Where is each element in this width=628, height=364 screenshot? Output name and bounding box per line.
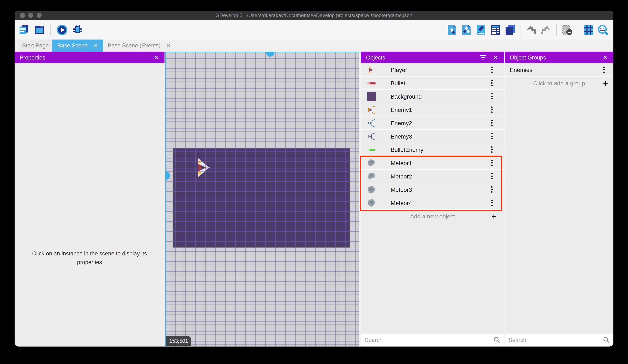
close-tab-icon[interactable]: ✕ — [93, 42, 98, 49]
scene-window-icon[interactable] — [34, 24, 45, 35]
kebab-menu-icon[interactable] — [488, 145, 496, 154]
add-group-button[interactable]: Click to add a group + — [505, 76, 614, 90]
objects-panel: Player Bullet Background Enemy1 Enemy2 — [361, 63, 504, 347]
object-row-meteor2[interactable]: Meteor2 — [361, 170, 504, 183]
tab-base-scene-events[interactable]: Base Scene (Events) ✕ — [103, 40, 175, 52]
instances-list-icon[interactable] — [490, 24, 501, 35]
kebab-menu-icon[interactable] — [488, 172, 496, 181]
object-label: BulletEnemy — [391, 146, 423, 153]
object-row-bullet[interactable]: Bullet — [361, 76, 504, 90]
object-row-enemy1[interactable]: Enemy1 — [361, 103, 504, 117]
toolbar-divider — [50, 24, 51, 36]
redo-icon[interactable] — [541, 24, 551, 35]
plus-icon: + — [603, 79, 608, 88]
add-group-label: Click to add a group — [533, 80, 585, 87]
player-instance[interactable] — [196, 157, 210, 178]
object-label: Enemy3 — [391, 133, 412, 140]
close-window-button[interactable] — [20, 13, 25, 18]
svg-text:1:1: 1:1 — [600, 27, 605, 31]
groups-search-input[interactable] — [505, 337, 603, 343]
toolbar-divider — [556, 24, 557, 36]
scene-canvas[interactable]: 153;501 — [165, 52, 359, 347]
objects-editor-icon[interactable] — [446, 24, 457, 35]
kebab-menu-icon[interactable] — [488, 65, 496, 74]
resize-handle-left[interactable] — [165, 171, 170, 180]
zoom-1-1-icon[interactable]: 1:1 — [598, 24, 608, 35]
play-icon[interactable] — [57, 24, 68, 35]
bullet-icon — [367, 78, 377, 88]
plus-icon: + — [491, 212, 496, 221]
object-row-enemy2[interactable]: Enemy2 — [361, 117, 504, 130]
objects-panel-title: Objects — [366, 54, 385, 61]
kebab-menu-icon[interactable] — [488, 92, 496, 101]
group-label: Enemies — [510, 66, 532, 73]
tab-label: Start Page — [22, 42, 49, 49]
objects-panel-header: Objects ✕ — [361, 52, 504, 63]
toolbar-divider — [578, 24, 578, 36]
layers-icon[interactable] — [505, 24, 516, 35]
object-label: Enemy1 — [391, 106, 412, 113]
background-swatch-icon — [367, 91, 377, 101]
meteor-icon — [367, 158, 377, 168]
close-panel-icon[interactable]: ✕ — [154, 55, 159, 60]
kebab-menu-icon[interactable] — [488, 132, 496, 141]
kebab-menu-icon[interactable] — [488, 185, 496, 194]
debug-icon[interactable] — [72, 24, 83, 35]
meteor-icon — [367, 198, 377, 208]
undo-icon[interactable] — [526, 24, 537, 35]
tab-base-scene[interactable]: Base Scene ✕ — [52, 40, 103, 52]
properties-panel-header: Properties ✕ — [14, 52, 164, 63]
object-label: Meteor3 — [391, 186, 412, 193]
properties-panel-title: Properties — [20, 54, 45, 61]
object-label: Meteor4 — [391, 199, 412, 206]
kebab-menu-icon[interactable] — [488, 105, 496, 114]
object-label: Meteor1 — [391, 160, 412, 166]
object-row-meteor4[interactable]: Meteor4 — [361, 196, 504, 210]
add-new-object-button[interactable]: Add a new object + — [361, 210, 504, 223]
object-label: Enemy2 — [391, 120, 412, 126]
filter-icon[interactable] — [480, 55, 487, 60]
close-panel-icon[interactable]: ✕ — [603, 55, 608, 60]
object-groups-panel-header: Object Groups ✕ — [505, 52, 614, 63]
toolbar-right-group: 1:1 — [446, 24, 614, 36]
kebab-menu-icon[interactable] — [488, 198, 496, 207]
bullet-enemy-icon — [367, 145, 377, 155]
object-row-background[interactable]: Background — [361, 90, 504, 103]
selection-border-left — [165, 52, 166, 347]
object-groups-panel: Enemies Click to add a group + — [505, 63, 614, 347]
minimize-window-button[interactable] — [28, 13, 33, 18]
traffic-lights[interactable] — [20, 13, 42, 18]
resize-handle-top[interactable] — [266, 52, 274, 57]
tab-label: Base Scene — [57, 42, 88, 49]
mask-icon[interactable] — [562, 24, 573, 35]
enemy2-ship-icon — [367, 118, 377, 128]
kebab-menu-icon[interactable] — [488, 158, 496, 168]
group-row-enemies[interactable]: Enemies — [505, 63, 614, 76]
object-groups-icon[interactable] — [461, 24, 472, 35]
object-row-enemy3[interactable]: Enemy3 — [361, 130, 504, 143]
objects-search-bar — [361, 334, 504, 346]
object-label: Bullet — [391, 80, 405, 86]
object-row-bulletenemy[interactable]: BulletEnemy — [361, 143, 504, 156]
grid-icon[interactable] — [583, 24, 594, 35]
object-label: Player — [391, 66, 407, 73]
objects-search-input[interactable] — [361, 337, 493, 343]
tab-label: Base Scene (Events) — [108, 42, 160, 49]
project-manager-icon[interactable] — [18, 24, 29, 35]
properties-empty-message: Click on an instance in the scene to dis… — [23, 250, 156, 267]
properties-icon[interactable] — [475, 24, 486, 35]
object-label: Meteor2 — [391, 173, 412, 180]
object-row-player[interactable]: Player — [361, 63, 504, 76]
kebab-menu-icon[interactable] — [488, 78, 496, 88]
close-tab-icon[interactable]: ✕ — [166, 42, 171, 49]
kebab-menu-icon[interactable] — [488, 118, 496, 127]
meteor-icon — [367, 171, 377, 181]
main-toolbar: 1:1 — [14, 20, 614, 40]
object-row-meteor3[interactable]: Meteor3 — [361, 183, 504, 196]
zoom-window-button[interactable] — [37, 13, 42, 18]
tab-start-page[interactable]: Start Page — [19, 40, 52, 52]
kebab-menu-icon[interactable] — [600, 65, 608, 74]
close-panel-icon[interactable]: ✕ — [493, 55, 498, 60]
object-row-meteor1[interactable]: Meteor1 — [361, 156, 504, 170]
titlebar: GDevelop 5 - /Users/dkarakay/Documents/G… — [14, 11, 614, 20]
